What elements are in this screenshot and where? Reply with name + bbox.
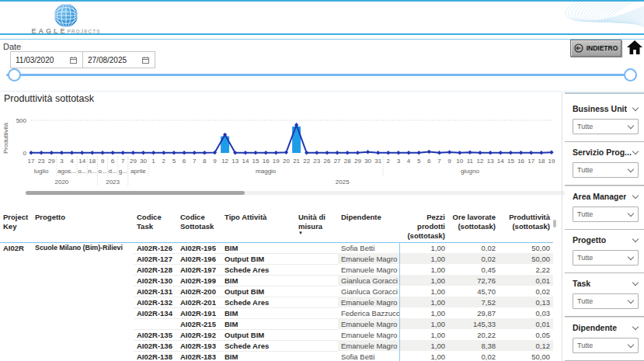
data-point[interactable] [111,151,115,155]
cell[interactable]: 0,45 [448,264,499,275]
cell[interactable]: 0,01 [499,275,553,286]
cell[interactable]: 50,00 [499,351,553,361]
cell[interactable] [0,253,32,264]
data-point[interactable] [294,123,298,127]
cell[interactable]: 1,00 [399,351,448,361]
cell[interactable]: AI02R-183 [177,351,221,361]
cell[interactable]: AI02R-128 [134,264,177,275]
filter-header-servizio-prog[interactable]: Servizio Prog... [573,146,639,158]
data-point[interactable] [376,151,380,155]
filter-header-business-unit[interactable]: Business Unit [573,102,639,115]
cell[interactable] [295,242,338,253]
cell[interactable] [0,275,32,286]
cell[interactable]: AI02R-201 [177,297,221,307]
cell[interactable]: AI02R-215 [177,318,221,329]
cell[interactable] [295,351,338,361]
cell[interactable]: Gianluca Goracci [338,275,399,286]
column-header-unit-di-misura[interactable]: Unità di misura▼ [295,210,338,242]
data-point[interactable] [141,151,145,155]
column-header-tipo-attivit[interactable]: Tipo Attività [221,210,295,242]
filter-select-business-unit[interactable]: Tutte [573,119,639,134]
data-point[interactable] [121,151,125,155]
data-point[interactable] [539,151,543,155]
cell[interactable]: AI02R-130 [134,275,177,286]
cell[interactable]: 7,52 [448,297,499,307]
cell[interactable] [295,329,338,340]
cell[interactable]: AI02R-134 [134,307,177,318]
cell[interactable]: AI02R-132 [134,297,177,307]
chart-scrollbar-thumb[interactable] [26,191,245,195]
cell[interactable]: 1,00 [399,340,448,351]
data-point[interactable] [396,151,400,155]
productivity-chart[interactable]: 5000Produttività172329341418967293012567… [0,107,563,189]
calendar-icon[interactable] [141,56,150,64]
cell[interactable]: AI02R-131 [134,286,177,297]
column-header-produttivit-sottotask[interactable]: Produttività (sottotask) [499,210,553,242]
cell[interactable] [32,318,134,329]
data-point[interactable] [489,151,493,155]
cell[interactable]: 1,00 [399,286,448,297]
data-point[interactable] [172,151,176,155]
data-point[interactable] [458,151,461,155]
spike-bar[interactable] [292,127,301,153]
cell[interactable] [32,351,134,361]
slider-handle-left[interactable] [8,68,21,82]
column-header-dipendente[interactable]: Dipendente [338,210,399,242]
cell[interactable]: 2,22 [499,264,553,275]
data-point[interactable] [131,151,135,155]
cell[interactable] [32,286,134,297]
data-point[interactable] [519,151,523,155]
cell[interactable]: Federica Bazzucchi [338,307,399,318]
cell[interactable]: 0,01 [499,318,553,329]
cell[interactable]: BIM [221,351,295,361]
chart-scrollbar[interactable] [26,191,566,195]
cell[interactable] [32,253,134,264]
filter-select-progetto[interactable]: Tutte [573,250,639,266]
cell[interactable]: Emanuele Magro [338,253,399,264]
cell[interactable]: 1,00 [399,275,448,286]
column-header-codice-sottotask[interactable]: Codice Sottotask [177,210,221,242]
cell[interactable] [32,329,134,340]
data-point[interactable] [203,151,207,155]
cell[interactable] [32,307,134,318]
cell[interactable]: AI02R-196 [177,253,221,264]
calendar-icon[interactable] [69,56,78,64]
cell[interactable]: 0,02 [448,351,499,361]
data-point[interactable] [151,151,155,155]
data-point[interactable] [447,150,451,154]
data-point[interactable] [437,151,441,155]
cell[interactable]: AI02R-126 [134,242,177,253]
slider-handle-right[interactable] [624,68,637,82]
cell[interactable]: 1,00 [399,329,448,340]
data-point[interactable] [509,151,513,155]
cell[interactable] [32,275,134,286]
cell[interactable]: AI02R-197 [177,264,221,275]
cell[interactable] [295,340,338,351]
cell[interactable]: Emanuele Magro [338,318,399,329]
cell[interactable]: 8,38 [448,340,499,351]
cell[interactable]: 50,00 [499,253,553,264]
cell[interactable] [295,307,338,318]
data-point[interactable] [80,151,84,155]
cell[interactable]: Output BIM [221,253,295,264]
cell[interactable] [32,264,134,275]
cell[interactable]: AI02R-191 [177,307,221,318]
cell[interactable]: Scuole Milano (Bim)-Rilievi [32,242,134,253]
cell[interactable] [0,307,32,318]
cell[interactable]: Gianluca Goracci [338,286,399,297]
data-point[interactable] [243,151,247,155]
cell[interactable]: Output BIM [221,286,295,297]
filter-header-task[interactable]: Task [573,277,639,290]
data-point[interactable] [407,151,411,155]
column-header-pezzi-prodotti-sottotask[interactable]: Pezzi prodotti (sottotask) [399,210,448,242]
cell[interactable]: 1,00 [399,297,448,307]
cell[interactable]: AI02R-135 [134,329,177,340]
data-point[interactable] [346,151,350,155]
cell[interactable]: Sofia Betti [338,351,399,361]
cell[interactable]: Schede Ares [221,340,295,351]
cell[interactable]: 1,00 [399,264,448,275]
date-to-input[interactable]: 27/08/2025 [82,51,155,68]
cell[interactable]: 1,00 [399,253,448,264]
column-header-ore-lavorate-sottotask[interactable]: Ore lavorate (sottotask) [448,210,499,242]
cell[interactable] [32,297,134,307]
